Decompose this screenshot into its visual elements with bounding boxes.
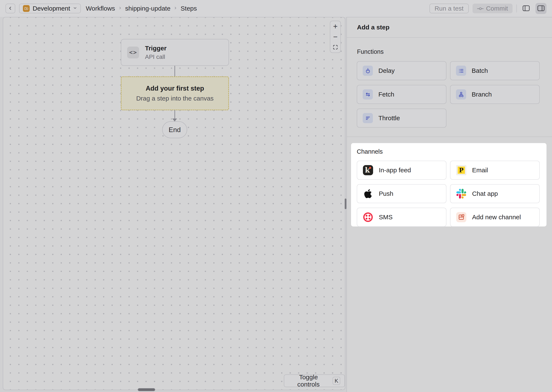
functions-grid: Delay Batch Fetch	[357, 61, 552, 128]
function-card-label: Branch	[472, 91, 492, 98]
function-card-fetch[interactable]: Fetch	[357, 85, 446, 104]
trigger-node-text: Trigger API call	[145, 45, 167, 60]
add-channel-icon	[456, 212, 467, 223]
channel-card-label: Push	[379, 190, 393, 197]
knock-dot	[369, 167, 371, 169]
channel-card-chat-app[interactable]: Chat app	[450, 184, 540, 203]
breadcrumb-separator-icon	[174, 6, 177, 11]
topbar: Development Workflows shipping-update St…	[0, 0, 552, 17]
channels-grid: k In-app feed P Email Push	[357, 161, 546, 227]
breadcrumb-workflows[interactable]: Workflows	[86, 5, 115, 12]
horizontal-scrollbar-thumb[interactable]	[138, 388, 155, 391]
dropzone-title: Add your first step	[146, 85, 204, 92]
postmark-icon: P	[456, 165, 467, 175]
environment-dropdown[interactable]: Development	[19, 4, 81, 13]
slack-icon	[456, 188, 467, 199]
zoom-fit-button[interactable]	[330, 42, 341, 52]
apple-icon	[363, 188, 373, 199]
zoom-controls: + −	[330, 21, 341, 53]
branch-icon	[456, 89, 466, 99]
breadcrumb-separator-icon	[118, 6, 122, 11]
breadcrumb: Workflows shipping-update Steps	[86, 5, 197, 12]
twilio-icon	[363, 212, 373, 223]
functions-section-label: Functions	[357, 48, 552, 55]
sidebar-section-divider	[347, 137, 552, 137]
environment-folder-icon	[23, 5, 30, 12]
add-step-sidebar: Add a step Functions Delay Batch	[346, 17, 552, 392]
channel-card-in-app-feed[interactable]: k In-app feed	[357, 161, 446, 180]
keyboard-shortcut-badge: K	[333, 377, 340, 385]
code-brackets-icon: <>	[127, 47, 139, 58]
throttle-icon	[363, 113, 373, 123]
toggle-controls-label: Toggle controls	[289, 374, 328, 388]
function-card-label: Batch	[472, 67, 488, 74]
channel-card-label: Email	[472, 167, 488, 174]
channel-card-label: Chat app	[472, 190, 498, 197]
first-step-dropzone[interactable]: Add your first step Drag a step into the…	[121, 77, 229, 110]
zoom-in-button[interactable]: +	[330, 21, 341, 32]
zoom-out-button[interactable]: −	[330, 32, 341, 42]
function-card-branch[interactable]: Branch	[450, 85, 540, 104]
left-panel-icon	[523, 5, 530, 12]
edge-dropzone-to-end	[174, 110, 175, 119]
right-panel-icon	[537, 5, 545, 12]
workflow-canvas[interactable]: <> Trigger API call Add your first step …	[3, 17, 345, 390]
toggle-left-panel-button[interactable]	[521, 3, 532, 14]
end-node-label: End	[169, 126, 181, 134]
breadcrumb-workflow-name[interactable]: shipping-update	[125, 5, 171, 12]
back-button[interactable]	[6, 4, 15, 13]
channel-card-email[interactable]: P Email	[450, 161, 540, 180]
function-card-label: Fetch	[378, 91, 394, 98]
channels-section-label: Channels	[357, 148, 546, 155]
sidebar-title: Add a step	[347, 17, 552, 38]
dropzone-subtitle: Drag a step into the canvas	[136, 95, 213, 102]
toggle-controls-button[interactable]: Toggle controls K	[284, 374, 345, 387]
channel-card-label: SMS	[379, 214, 392, 221]
channel-card-sms[interactable]: SMS	[357, 208, 446, 227]
channels-panel: Channels k In-app feed P Email Push	[351, 143, 546, 226]
run-test-button[interactable]: Run a test	[429, 4, 469, 13]
end-node: End	[162, 121, 187, 138]
function-card-label: Delay	[378, 67, 395, 74]
channel-card-label: Add new channel	[472, 214, 521, 221]
edge-arrowhead	[172, 119, 177, 121]
function-card-label: Throttle	[378, 114, 400, 122]
vertical-scrollbar-thumb[interactable]	[345, 199, 346, 209]
chevron-down-icon	[73, 6, 77, 11]
edge-trigger-to-dropzone	[174, 66, 175, 77]
environment-label: Development	[33, 5, 70, 12]
breadcrumb-steps[interactable]: Steps	[181, 5, 197, 12]
trigger-node[interactable]: <> Trigger API call	[121, 39, 229, 66]
commit-button[interactable]: Commit	[472, 4, 513, 13]
run-test-label: Run a test	[435, 5, 464, 12]
commit-label: Commit	[486, 5, 508, 12]
knock-icon: k	[363, 165, 373, 175]
chevron-left-icon	[8, 6, 13, 11]
commit-icon	[477, 5, 484, 12]
function-card-throttle[interactable]: Throttle	[357, 109, 446, 128]
batch-icon	[456, 66, 466, 76]
fetch-icon	[363, 89, 373, 99]
channel-card-label: In-app feed	[379, 167, 411, 174]
function-card-delay[interactable]: Delay	[357, 61, 446, 80]
channel-card-add-new[interactable]: Add new channel	[450, 208, 540, 227]
delay-icon	[363, 66, 373, 76]
trigger-node-subtitle: API call	[145, 54, 167, 60]
topbar-divider	[516, 4, 517, 13]
channel-card-push[interactable]: Push	[357, 184, 446, 203]
toggle-right-panel-button[interactable]	[536, 3, 546, 14]
fit-view-icon	[333, 43, 338, 52]
trigger-node-title: Trigger	[145, 45, 167, 52]
function-card-batch[interactable]: Batch	[450, 61, 540, 80]
